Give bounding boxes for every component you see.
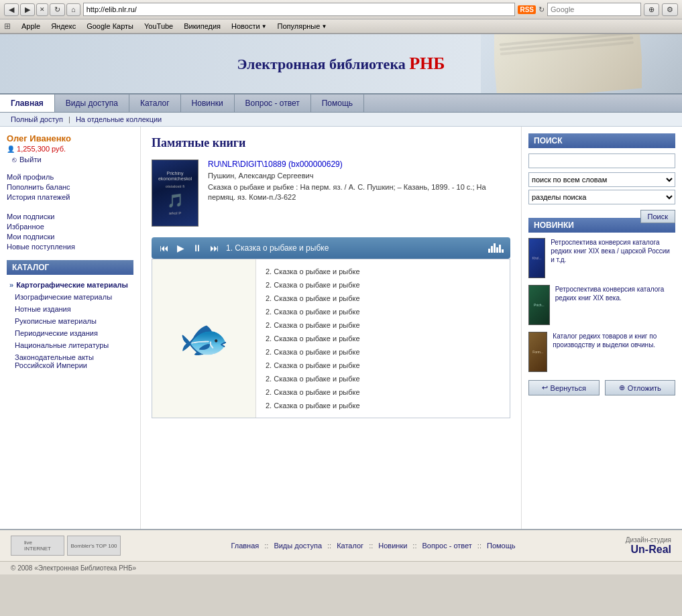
bookmark-popular[interactable]: Популярные ▼ [278,22,327,30]
new-book-link-1[interactable]: Ретроспектива конверсия каталога редких … [551,238,675,278]
track-item[interactable]: 2. Сказка о рыбаке и рыбке [262,372,504,385]
bar3 [494,243,496,253]
search-button[interactable]: Поиск [640,210,675,223]
search-input[interactable] [547,3,641,16]
subnav-collections[interactable]: На отдельные коллекции [76,115,162,123]
footer-sep5: :: [477,542,481,550]
forward-button[interactable]: ▶ [20,3,35,16]
save-button[interactable]: ⊕ Отложить [605,380,676,395]
footer-badge-2: Bombler's TOP 100 [67,536,121,556]
sidebar-link-favorites[interactable]: Избранное [7,223,133,231]
bookmark-google-maps[interactable]: Google Карты [87,22,133,30]
logout-icon: ⎋ [12,156,17,164]
audio-image: 🐟 [152,259,256,418]
badge2-text: Bombler's TOP 100 [70,543,117,549]
nav-tab-home[interactable]: Главная [0,95,55,112]
browser-toolbar: ◀ ▶ ✕ ↻ ⌂ RSS ↻ ⊕ ⚙ [0,0,682,19]
catalog-item-iconographic[interactable]: Изографические материалы [7,291,133,303]
bookmark-youtube[interactable]: YouTube [144,22,173,30]
footer-nav-help[interactable]: Помощь [487,542,516,550]
new-book-link-2[interactable]: Ретроспектива конверсия каталога редких … [555,285,675,325]
book-description: Сказка о рыбаке и рыбке : На перм. яз. /… [208,182,510,203]
track-item[interactable]: 2. Сказка о рыбаке и рыбке [262,385,504,399]
footer-nav-access[interactable]: Виды доступа [274,542,322,550]
nav-tab-help[interactable]: Помощь [311,95,364,112]
user-section: Олег Иваненко 👤 1,255,300 руб. ⎋ Выйти [7,133,133,164]
player-next-button[interactable]: ⏭ [209,241,221,255]
catalog-arrow-icon: » [9,281,13,289]
back-button[interactable]: ◀ [4,3,19,16]
bookmark-news[interactable]: Новости ▼ [231,22,267,30]
nav-tab-qa[interactable]: Вопрос - ответ [235,95,311,112]
track-item[interactable]: 2. Сказка о рыбаке и рыбке [262,345,504,359]
home-button[interactable]: ⌂ [66,3,80,16]
new-book-cover-2: Prich... [528,285,550,325]
sidebar-link-profile[interactable]: Мой профиль [7,173,133,181]
player-prev-button[interactable]: ⏮ [158,241,170,255]
page-wrapper: Электронная библиотека РНБ Главная Виды … [0,34,682,574]
person-icon: 👤 [7,145,15,153]
footer-nav-catalog[interactable]: Каталог [337,542,363,550]
track-list[interactable]: 2. Сказка о рыбаке и рыбке 2. Сказка о р… [256,259,510,418]
bookmark-yandex[interactable]: Яндекс [51,22,76,30]
track-item[interactable]: 2. Сказка о рыбаке и рыбке [262,332,504,345]
stop-button[interactable]: ✕ [36,3,48,16]
bookmark-button[interactable]: ⊕ [644,3,659,16]
player-pause-button[interactable]: ⏸ [191,241,203,255]
back-label: Вернуться [551,384,586,392]
nav-tab-catalog[interactable]: Каталог [129,95,181,112]
track-item[interactable]: 2. Сказка о рыбаке и рыбке [262,278,504,292]
footer-nav-home[interactable]: Главная [231,542,259,550]
footer-sep1: :: [264,542,268,550]
search-sections-select[interactable]: разделы поиска [528,190,675,204]
catalog-item-periodicals[interactable]: Периодические издания [7,327,133,339]
new-section: НОВИНКИ Khol... Ретроспектива конверсия … [528,218,675,395]
sidebar-link-my-subscriptions[interactable]: Мои подписки [7,233,133,241]
audio-player: ⏮ ▶ ⏸ ⏭ 1. Сказка о рыбаке и рыбке [152,237,510,259]
sidebar-link-subscriptions[interactable]: Мои подписки [7,212,133,221]
refresh-button[interactable]: ↻ [50,3,65,16]
footer-brand-label: Дизайн-студия [626,536,671,544]
catalog-item-maps[interactable]: »Картографические материалы [7,279,133,291]
sub-nav: Полный доступ | На отдельные коллекции [0,113,682,127]
bookmark-apple[interactable]: Apple [21,22,40,30]
track-item[interactable]: 2. Сказка о рыбаке и рыбке [262,399,504,412]
search-field[interactable] [528,153,675,168]
catalog-item-national-lit[interactable]: Национальные литературы [7,339,133,351]
sidebar-link-balance[interactable]: Пополнить баланс [7,183,133,191]
user-balance-value: 1,255,300 руб. [17,145,66,153]
nav-tab-access[interactable]: Виды доступа [55,95,129,112]
track-item[interactable]: 2. Сказка о рыбаке и рыбке [262,292,504,305]
nav-tab-new[interactable]: Новинки [181,95,235,112]
search-words-select[interactable]: поиск по всем словам [528,172,675,187]
track-item[interactable]: 2. Сказка о рыбаке и рыбке [262,305,504,318]
subnav-full-access[interactable]: Полный доступ [11,115,63,123]
main-content: Памятные книги Prichiny ekonomicheskol o… [141,127,521,529]
catalog-item-manuscripts[interactable]: Рукописные материалы [7,315,133,327]
new-book-link-3[interactable]: Каталог редких товаров и книг по произво… [553,332,675,372]
catalog-item-musical[interactable]: Нотные издания [7,303,133,315]
track-item[interactable]: 2. Сказка о рыбаке и рыбке [262,318,504,332]
search-title: ПОИСК [528,133,675,148]
bookmark-wikipedia[interactable]: Википедия [184,22,221,30]
footer-nav-new[interactable]: Новинки [378,542,407,550]
search-bar [547,3,641,16]
reload-icon[interactable]: ↻ [538,5,545,14]
footer-nav-qa[interactable]: Вопрос - ответ [422,542,471,550]
cover1-text: Khol... [532,256,541,260]
sidebar-link-history[interactable]: История платежей [7,193,133,201]
logout-button[interactable]: ⎋ Выйти [12,156,133,164]
bar4 [496,247,498,253]
player-play-button[interactable]: ▶ [176,241,186,255]
track-item[interactable]: 2. Сказка о рыбаке и рыбке [262,265,504,278]
search-section: ПОИСК поиск по всем словам разделы поиск… [528,133,675,207]
sidebar-link-new-items[interactable]: Новые поступления [7,243,133,251]
track-item[interactable]: 2. Сказка о рыбаке и рыбке [262,359,504,372]
book-link[interactable]: RU\NLR\DIGIT\10889 (bx000000629) [208,160,510,169]
url-input[interactable] [83,3,516,16]
back-button[interactable]: ↩ Вернуться [528,380,600,395]
bookmarks-bar: ⊞ Apple Яндекс Google Карты YouTube Вики… [0,19,682,34]
catalog-item-legislation[interactable]: Законодательные акты Российской Империи [7,351,133,371]
footer-sep3: :: [369,542,373,550]
settings-button[interactable]: ⚙ [662,3,678,16]
